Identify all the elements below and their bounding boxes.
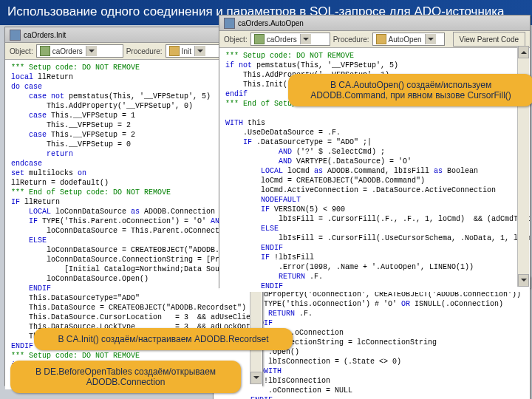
callout-init: В CA.Init() создаём/настраиваем ADODB.Re…: [34, 328, 293, 350]
object-label: Object:: [10, 47, 33, 55]
object-value: caOrders: [267, 35, 297, 44]
scroll-down[interactable]: [250, 372, 262, 384]
callout-autoopen: В CA.AoutoOpen() создаём/используем ADOD…: [288, 74, 532, 106]
surface: LOCAL lbIsConnection as Boolean .AddProp…: [0, 25, 532, 398]
code-window-right: caOrders.AutoOpen Object: caOrders Proce…: [219, 15, 531, 288]
chevron-down-icon: [300, 34, 311, 44]
window-titlebar-right: caOrders.AutoOpen: [219, 16, 530, 31]
chevron-down-icon: [86, 46, 97, 56]
object-value: caOrders: [52, 47, 83, 55]
object-label: Object:: [224, 35, 248, 44]
chevron-down-icon: [194, 46, 205, 56]
window-title-text: caOrders.AutoOpen: [238, 19, 304, 27]
procedure-value: AutoOpen: [389, 35, 422, 44]
object-combo[interactable]: caOrders: [36, 44, 123, 58]
object-combo[interactable]: caOrders: [250, 33, 330, 46]
procedure-combo[interactable]: AutoOpen: [372, 33, 445, 46]
chevron-down-icon: [425, 34, 436, 44]
view-parent-code-button[interactable]: View Parent Code: [453, 32, 525, 47]
object-icon: [40, 46, 50, 56]
procedure-label: Procedure:: [126, 47, 163, 55]
callout-beforeopentables: В DE.BeforeOpenTables создаём/открываем …: [10, 361, 241, 393]
procedure-value: Init: [182, 47, 191, 55]
scroll-down[interactable]: [518, 274, 529, 287]
object-icon: [254, 34, 265, 44]
procedure-label: Procedure:: [333, 35, 369, 44]
window-icon: [10, 30, 21, 41]
window-icon: [224, 18, 235, 29]
procedure-icon: [169, 46, 180, 56]
scroll-up[interactable]: [518, 46, 529, 58]
procedure-combo[interactable]: Init: [166, 44, 223, 58]
toolbar-right: Object: caOrders Procedure: AutoOpen Vie…: [219, 31, 530, 48]
window-title-text: caOrders.Init: [24, 31, 66, 39]
procedure-icon: [376, 34, 386, 44]
